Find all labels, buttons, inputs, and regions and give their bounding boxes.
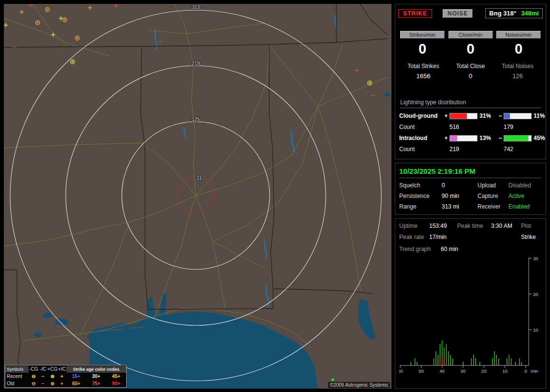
capture-status: Active [508, 193, 539, 199]
close-per-min-column: Close/min 0 [449, 31, 493, 57]
total-close-label: Total Close [448, 63, 494, 70]
trend-x-tick: 30 [461, 368, 466, 374]
range-ring-label: 219 [192, 61, 200, 66]
strikes-per-min-column: Strikes/min 0 [400, 31, 445, 57]
legend-col-ic-neg: -IC [39, 366, 47, 373]
trend-x-tick: 10 [502, 368, 507, 374]
peak-rate-value: 17/min [429, 234, 457, 240]
trend-window-value: 60 min [441, 246, 470, 252]
minus-sign: − [497, 135, 504, 141]
total-noises-label: Total Noises [494, 63, 541, 70]
trend-y-tick: 30 [533, 256, 538, 261]
strikes-per-min-value: 0 [400, 41, 445, 57]
total-strikes-label: Total Strikes [400, 63, 447, 70]
control-panel: STRIKE NOISE Bng 318° 348mi Strikes/min … [395, 4, 546, 389]
intracloud-row: Intracloud + 13% − 45% Count 219 742 [395, 135, 546, 153]
legend-recent-label: Recent [5, 373, 29, 380]
plot-label: Plot [521, 223, 541, 229]
copyright-text: ©2005 Astrogenic Systems [328, 382, 390, 388]
strike-mode-button[interactable]: STRIKE [398, 9, 432, 18]
cg-minus-pct: 11% [532, 112, 546, 119]
persistence-label: Persistence [399, 193, 442, 199]
distribution-title: Lightning type distribution [400, 99, 541, 108]
ic-minus-count: 742 [504, 146, 532, 153]
range-value: 313 mi [442, 203, 478, 210]
ic-negative-icon: − [39, 373, 47, 380]
noise-mode-button[interactable]: NOISE [443, 9, 473, 18]
ic-minus-pct: 45% [532, 135, 546, 141]
range-ring-label: 125 [192, 117, 200, 122]
total-close-value: 0 [448, 72, 494, 80]
age-code: 75+ [92, 380, 101, 387]
lightning-map[interactable]: 313 219 125 31 Symbols -CG -IC +CG +IC S… [4, 4, 391, 389]
ic-positive-icon: + [58, 373, 66, 380]
noises-per-min-column: Noises/min 0 [496, 31, 541, 57]
close-per-min-header: Close/min [449, 31, 493, 39]
cg-negative-icon: ⊖ [29, 373, 39, 380]
close-per-min-value: 0 [449, 41, 493, 57]
system-status-section: 10/23/2025 2:19:16 PM Squelch 0 Upload D… [395, 163, 546, 215]
noises-per-min-header: Noises/min [496, 31, 541, 39]
legend-old-row: Old ⊖ − ⊕ + 60+75+90+ [5, 380, 126, 387]
trend-x-unit: min [531, 368, 538, 374]
age-code: 30+ [92, 373, 101, 380]
trend-x-tick: 0 [524, 368, 527, 374]
upload-label: Upload [478, 182, 508, 189]
bearing-readout: Bng 318° 348mi [485, 8, 543, 18]
trend-graph-label: Trend graph [399, 246, 441, 252]
legend-col-cg-pos: +CG [47, 366, 58, 373]
receiver-label: Receiver [478, 203, 508, 210]
ic-plus-bar [449, 135, 478, 141]
peak-time-value: 3:30 AM [491, 223, 521, 229]
ic-minus-bar [504, 135, 532, 141]
trend-y-tick: 20 [533, 292, 538, 297]
squelch-label: Squelch [399, 182, 442, 189]
legend-old-label: Old [5, 380, 29, 387]
capture-label: Capture [478, 193, 508, 199]
map-legend: Symbols -CG -IC +CG +IC Strike age color… [5, 365, 127, 388]
trend-x-tick: 50 [419, 368, 424, 374]
cg-minus-bar [504, 113, 532, 119]
minus-sign: − [497, 112, 504, 119]
legend-recent-row: Recent ⊖ − ⊕ + 15+30+45+ [5, 373, 126, 380]
station-marker [332, 378, 334, 381]
cg-positive-icon: ⊕ [47, 380, 58, 387]
bearing-distance: 348mi [521, 10, 539, 17]
datetime-display: 10/23/2025 2:19:16 PM [399, 167, 542, 178]
legend-age-header: Strike age color codes [66, 366, 126, 373]
range-ring-label: 31 [196, 176, 202, 181]
strikes-per-min-header: Strikes/min [400, 31, 445, 39]
cg-plus-bar [449, 113, 478, 119]
plus-sign: + [443, 135, 449, 141]
bearing-value: Bng 318° [489, 10, 516, 17]
noises-per-min-value: 0 [496, 41, 541, 57]
age-code: 60+ [72, 380, 80, 387]
range-ring-label: 313 [192, 4, 200, 10]
plus-sign: + [443, 112, 449, 119]
ic-plus-pct: 13% [478, 135, 497, 141]
receiver-status: Enabled [508, 203, 539, 210]
total-strikes-value: 1656 [400, 72, 447, 80]
legend-col-ic-pos: +IC [58, 366, 66, 373]
ic-negative-icon: − [39, 380, 47, 387]
age-code: 15+ [72, 373, 80, 380]
persistence-value: 90 min [442, 193, 478, 199]
upload-status: Disabled [508, 182, 539, 189]
cg-plus-pct: 31% [478, 112, 497, 119]
squelch-value: 0 [442, 182, 478, 189]
uptime-value: 153:49 [429, 223, 457, 229]
cloud-ground-row: Cloud-ground + 31% − 11% Count 516 179 [395, 112, 546, 130]
intracloud-label: Intracloud [399, 135, 443, 141]
uptime-label: Uptime [399, 223, 429, 229]
total-close: Total Close 0 [448, 63, 494, 80]
ic-positive-icon: + [58, 380, 66, 387]
cg-minus-count: 179 [504, 124, 532, 130]
legend-col-cg-neg: -CG [29, 366, 39, 373]
age-codes-recent: 15+30+45+ [66, 373, 126, 380]
trend-x-tick: 60 [399, 368, 403, 374]
ic-plus-count: 219 [449, 146, 478, 153]
peak-time-label: Peak time [457, 223, 491, 229]
peak-rate-label: Peak rate [399, 234, 429, 240]
count-label: Count [399, 124, 443, 130]
total-strikes: Total Strikes 1656 [400, 63, 447, 80]
